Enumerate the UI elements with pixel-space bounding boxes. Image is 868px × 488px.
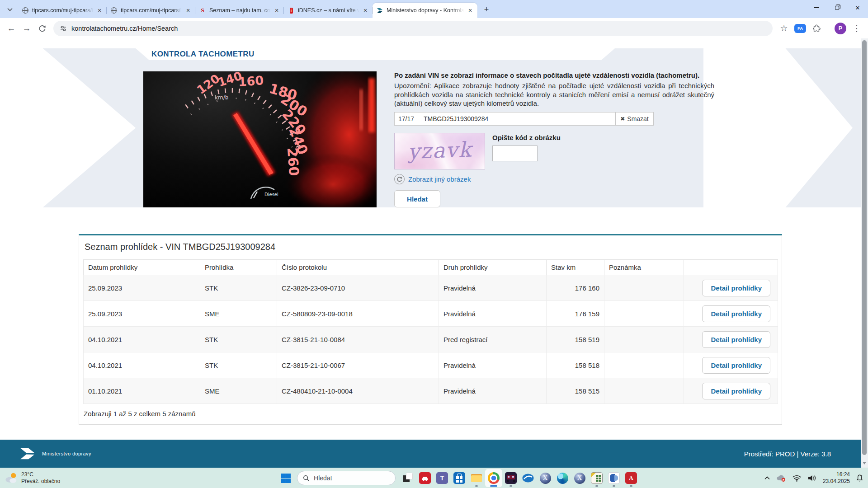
app-blue-oval-icon[interactable] bbox=[519, 469, 537, 487]
detail-button[interactable]: Detail prohlídky bbox=[702, 357, 770, 374]
cell-druh: Pravidelná bbox=[439, 378, 547, 404]
col-actions bbox=[684, 260, 778, 275]
app-overlapping-squares-icon[interactable] bbox=[399, 469, 416, 487]
tab-tipcars-1[interactable]: tipcars.com/muj-tipcars/inzerce ✕ bbox=[18, 3, 107, 18]
url-text[interactable]: kontrolatachometru.cz/Home/Search bbox=[71, 25, 178, 32]
forward-icon[interactable]: → bbox=[19, 21, 34, 36]
restore-button[interactable] bbox=[826, 0, 847, 15]
onedrive-error-icon[interactable] bbox=[776, 474, 786, 482]
extension-fa-icon[interactable]: FA bbox=[794, 24, 806, 33]
tab-label: tipcars.com/muj-tipcars/inzerce bbox=[121, 7, 182, 14]
reload-icon[interactable] bbox=[34, 21, 50, 36]
menu-kebab-icon[interactable]: ⋮ bbox=[849, 21, 864, 36]
scrollbar-thumb[interactable] bbox=[862, 40, 867, 455]
tab-seznam[interactable]: S Seznam – najdu tam, co neznám ✕ bbox=[195, 3, 284, 18]
weather-widget[interactable]: 23°C Převáž. oblačno bbox=[5, 471, 60, 485]
app-sphere-x-icon[interactable]: X bbox=[537, 469, 554, 487]
inspections-table: Datum prohlídky Prohlídka Číslo protokol… bbox=[83, 259, 778, 404]
page-title: KONTROLA TACHOMETRU bbox=[151, 50, 255, 59]
results-panel: Seznam prohlídek - VIN TMBGD25J193009284… bbox=[79, 234, 782, 425]
vertical-scrollbar[interactable] bbox=[861, 38, 868, 468]
app-tipcars-icon[interactable] bbox=[416, 469, 434, 487]
taskbar-apps: T bbox=[399, 469, 640, 487]
tab-tipcars-2[interactable]: tipcars.com/muj-tipcars/inzerce ✕ bbox=[107, 3, 195, 18]
close-icon[interactable]: ✕ bbox=[96, 7, 103, 14]
edge-icon[interactable] bbox=[554, 469, 571, 487]
scrollbar-down-arrow[interactable] bbox=[863, 462, 866, 465]
screen: tipcars.com/muj-tipcars/inzerce ✕ tipcar… bbox=[0, 0, 868, 488]
svg-text:km/h: km/h bbox=[215, 94, 228, 101]
detail-button[interactable]: Detail prohlídky bbox=[702, 331, 770, 348]
tab-label: iDNES.cz – s námi víte víc bbox=[298, 7, 359, 14]
cell-protokol: CZ-580809-23-09-0018 bbox=[277, 301, 439, 327]
profile-avatar[interactable]: P bbox=[835, 23, 846, 34]
refresh-captcha-link[interactable]: Zobrazit jiný obrázek bbox=[408, 175, 471, 183]
background-chevron bbox=[703, 48, 853, 207]
vin-input[interactable] bbox=[418, 113, 615, 125]
cell-druh: Pravidelná bbox=[439, 275, 547, 301]
app-pixel-car-icon[interactable] bbox=[502, 469, 519, 487]
cell-protokol: CZ-480410-21-10-0004 bbox=[277, 378, 439, 404]
address-bar[interactable]: kontrolatachometru.cz/Home/Search bbox=[53, 21, 773, 36]
bookmark-star-icon[interactable]: ☆ bbox=[776, 21, 792, 36]
table-header-row: Datum prohlídky Prohlídka Číslo protokol… bbox=[84, 260, 778, 275]
detail-button[interactable]: Detail prohlídky bbox=[702, 383, 770, 399]
clock-date: 23.04.2025 bbox=[823, 478, 850, 485]
cell-poznamka bbox=[604, 275, 684, 301]
back-icon[interactable]: ← bbox=[4, 21, 19, 36]
file-explorer-icon[interactable] bbox=[468, 469, 485, 487]
start-button[interactable] bbox=[277, 469, 294, 487]
app-building-form-icon[interactable] bbox=[588, 469, 605, 487]
search-button[interactable]: Hledat bbox=[394, 190, 440, 207]
app-blue-abstract-icon[interactable] bbox=[605, 469, 623, 487]
cell-poznamka bbox=[604, 327, 684, 352]
microsoft-store-icon[interactable] bbox=[451, 469, 468, 487]
tab-idnes[interactable]: i iDNES.cz – s námi víte víc ✕ bbox=[284, 3, 373, 18]
detail-button[interactable]: Detail prohlídky bbox=[702, 280, 770, 296]
cell-km: 158 515 bbox=[547, 378, 604, 404]
close-icon[interactable]: ✕ bbox=[362, 7, 369, 14]
close-icon[interactable]: ✕ bbox=[467, 7, 474, 14]
close-icon[interactable]: ✕ bbox=[273, 7, 280, 14]
cell-km: 176 159 bbox=[547, 301, 604, 327]
cell-prohlidka: SME bbox=[200, 301, 277, 327]
captcha-section: yzavk Opište kód z obrázku bbox=[394, 133, 714, 169]
cell-datum: 01.10.2021 bbox=[84, 378, 200, 404]
app-sphere-x2-icon[interactable]: X bbox=[571, 469, 588, 487]
acrobat-icon[interactable]: A bbox=[623, 469, 640, 487]
site-settings-icon[interactable] bbox=[60, 25, 67, 32]
new-tab-button[interactable]: + bbox=[480, 3, 493, 16]
tab-search-icon[interactable] bbox=[4, 3, 16, 16]
refresh-icon[interactable] bbox=[394, 174, 405, 184]
taskbar-search[interactable]: Hledat bbox=[297, 471, 396, 485]
wifi-icon[interactable] bbox=[792, 474, 802, 482]
notification-bell-icon[interactable]: z bbox=[856, 474, 863, 482]
clear-vin-button[interactable]: ✖ Smazat bbox=[615, 113, 653, 125]
captcha-input[interactable] bbox=[492, 145, 538, 161]
idnes-icon: i bbox=[288, 7, 295, 14]
cell-km: 158 519 bbox=[547, 327, 604, 352]
tab-label: Seznam – najdu tam, co neznám bbox=[209, 7, 270, 14]
weather-icon bbox=[5, 472, 18, 484]
captcha-code-text: yzavk bbox=[407, 137, 472, 164]
tray-chevron-icon[interactable] bbox=[764, 476, 770, 480]
minimize-button[interactable] bbox=[806, 0, 826, 15]
tab-ministerstvo-active[interactable]: Ministerstvo dopravy - Kontrola ✕ bbox=[373, 3, 477, 18]
cell-protokol: CZ-3815-21-10-0084 bbox=[277, 327, 439, 352]
teams-icon[interactable]: T bbox=[434, 469, 451, 487]
svg-text:z: z bbox=[861, 474, 863, 478]
cell-druh: Pravidelná bbox=[439, 301, 547, 327]
taskbar-clock[interactable]: 16:24 23.04.2025 bbox=[823, 471, 850, 485]
vin-counter: 17/17 bbox=[395, 113, 418, 125]
close-window-button[interactable]: ✕ bbox=[847, 0, 868, 15]
captcha-refresh-row: Zobrazit jiný obrázek bbox=[394, 174, 714, 184]
search-form: Po zadání VIN se zobrazí informace o sta… bbox=[394, 71, 714, 207]
table-row: 04.10.2021 STK CZ-3815-21-10-0084 Pred r… bbox=[84, 327, 778, 352]
system-tray: 16:24 23.04.2025 z bbox=[764, 471, 863, 485]
browser-tabstrip: tipcars.com/muj-tipcars/inzerce ✕ tipcar… bbox=[0, 0, 868, 18]
detail-button[interactable]: Detail prohlídky bbox=[702, 305, 770, 322]
extensions-puzzle-icon[interactable] bbox=[809, 21, 824, 36]
chrome-icon[interactable] bbox=[485, 469, 502, 487]
close-icon[interactable]: ✕ bbox=[184, 7, 192, 14]
volume-icon[interactable] bbox=[807, 474, 817, 482]
